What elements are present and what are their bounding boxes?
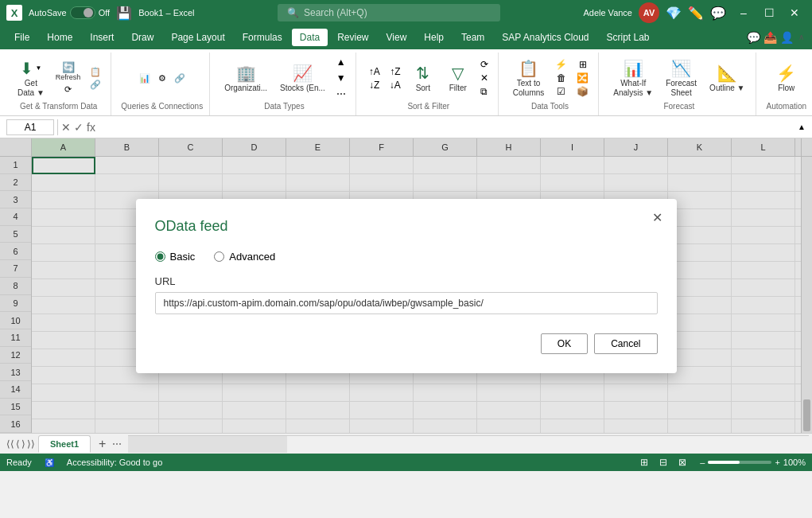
page-break-view-btn[interactable]: ⊠ — [674, 456, 690, 469]
edit-links-btn2[interactable]: 🔗 — [171, 72, 188, 84]
sheet-options[interactable]: ⋯ — [112, 438, 122, 450]
sheet-tab-sheet1[interactable]: Sheet1 — [38, 435, 91, 453]
consolidate-btn[interactable]: ⊞ — [573, 58, 592, 71]
ribbon-group-items: ⬇ ▼ GetData ▼ 🔄 Refresh ⟳ � — [13, 56, 104, 100]
menu-team[interactable]: Team — [453, 29, 492, 46]
cell-reference[interactable] — [6, 119, 54, 135]
clear-btn[interactable]: ✕ — [477, 72, 491, 84]
ribbon-group-sort-filter: ↑A ↓Z ↑Z ↓A ⇅ Sort ▽ Filter ⟳ ✕ — [359, 53, 499, 115]
menu-sap[interactable]: SAP Analytics Cloud — [494, 29, 596, 46]
sheet-nav-last[interactable]: ⟩⟩ — [27, 438, 35, 450]
sheet-nav-first[interactable]: ⟨⟨ — [6, 438, 14, 450]
queries-connections-btn[interactable]: 📊 — [136, 72, 153, 84]
sort-desc-btn[interactable]: ↓Z — [366, 79, 383, 92]
stocks-btn[interactable]: 📈 Stocks (En... — [275, 62, 330, 95]
add-sheet-button[interactable]: + — [92, 435, 112, 453]
queries-properties-btn[interactable]: 📋 — [87, 66, 104, 78]
menu-file[interactable]: File — [6, 29, 37, 46]
relationships-btn[interactable]: 🔀 — [573, 72, 592, 84]
org-icon: 🏢 — [236, 64, 256, 83]
autosave-btn[interactable] — [70, 6, 95, 19]
sort-btn[interactable]: ⇅ Sort — [407, 62, 439, 95]
collapse-ribbon-btn[interactable]: ∧ — [797, 31, 806, 44]
radio-advanced-input[interactable] — [214, 251, 224, 262]
menu-home[interactable]: Home — [39, 29, 80, 46]
formula-expand-btn[interactable]: ▲ — [798, 123, 806, 131]
page-layout-view-btn[interactable]: ⊟ — [655, 456, 671, 469]
reapply-btn[interactable]: ⟳ — [477, 58, 491, 71]
text-to-columns-btn[interactable]: 📋 Text toColumns — [508, 57, 549, 99]
zoom-minus-btn[interactable]: – — [700, 458, 705, 467]
normal-view-btn[interactable]: ⊞ — [636, 456, 652, 469]
zoom-plus-btn[interactable]: + — [775, 458, 779, 467]
cancel-formula-btn[interactable]: ✕ — [61, 121, 71, 134]
radio-basic-label: Basic — [170, 251, 196, 263]
what-if-btn[interactable]: 📊 What-IfAnalysis ▼ — [608, 57, 658, 99]
cancel-button[interactable]: Cancel — [594, 333, 657, 354]
menu-formulas[interactable]: Formulas — [235, 29, 290, 46]
get-data-button[interactable]: ⬇ ▼ GetData ▼ — [13, 57, 49, 99]
sheet-nav-next[interactable]: ⟩ — [21, 438, 25, 450]
radio-basic-input[interactable] — [155, 251, 165, 262]
org-label: Organizati... — [224, 84, 267, 93]
insert-function-btn[interactable]: fx — [87, 121, 95, 134]
dt-up-icon: ▲ — [336, 56, 346, 68]
pen-icon[interactable]: ✏️ — [688, 6, 704, 21]
profile-icon[interactable]: 👤 — [780, 31, 794, 44]
menu-page-layout[interactable]: Page Layout — [163, 29, 232, 46]
menu-view[interactable]: View — [379, 29, 415, 46]
zoom-slider-fill — [708, 461, 740, 464]
org-btn[interactable]: 🏢 Organizati... — [220, 62, 272, 95]
filter-btn[interactable]: ▽ Filter — [442, 62, 474, 95]
dt-down-btn[interactable]: ▼ — [333, 72, 349, 84]
avatar[interactable]: AV — [639, 2, 659, 23]
radio-basic[interactable]: Basic — [155, 251, 196, 263]
title-bar-center: 🔍 — [195, 4, 584, 21]
dt-up-btn[interactable]: ▲ — [333, 56, 349, 68]
flash-fill-btn[interactable]: ⚡ — [552, 58, 570, 71]
zoom-slider[interactable] — [708, 461, 771, 464]
sort-filter-label: Sort & Filter — [407, 102, 449, 112]
connections-button[interactable]: ⟳ — [52, 84, 84, 95]
sort-za-btn[interactable]: ↑Z — [387, 65, 404, 78]
comments-icon[interactable]: 💬 — [747, 31, 760, 44]
radio-advanced[interactable]: Advanced — [214, 251, 275, 263]
chat-icon[interactable]: 💬 — [710, 6, 726, 21]
manage-model-btn[interactable]: 📦 — [573, 85, 592, 98]
menu-review[interactable]: Review — [329, 29, 376, 46]
confirm-formula-btn[interactable]: ✓ — [74, 121, 84, 134]
minimize-button[interactable]: – — [732, 3, 755, 22]
outline-btn[interactable]: 📐 Outline ▼ — [705, 62, 749, 95]
dialog-close-button[interactable]: ✕ — [648, 208, 667, 228]
remove-dups-btn[interactable]: 🗑 — [552, 72, 570, 84]
share-icon[interactable]: 📤 — [763, 31, 777, 44]
sheet-nav-prev[interactable]: ⟨ — [16, 438, 20, 450]
flow-btn[interactable]: ⚡ Flow — [771, 62, 802, 95]
properties-btn[interactable]: ⚙ — [155, 72, 169, 84]
forecast-sheet-btn[interactable]: 📉 ForecastSheet — [661, 57, 701, 99]
formula-input[interactable] — [99, 120, 795, 134]
edit-links-btn[interactable]: 🔗 — [87, 79, 104, 91]
modal-overlay: OData feed ✕ Basic Advanced URL OK Cance… — [0, 138, 812, 433]
menu-script-lab[interactable]: Script Lab — [599, 29, 658, 46]
maximize-button[interactable]: ☐ — [758, 3, 780, 22]
menu-help[interactable]: Help — [416, 29, 452, 46]
diamond-icon[interactable]: 💎 — [666, 6, 682, 21]
sheet-scrollbar[interactable] — [128, 435, 809, 453]
save-icon[interactable]: 💾 — [116, 6, 132, 21]
menu-insert[interactable]: Insert — [82, 29, 122, 46]
search-input[interactable] — [304, 7, 479, 18]
refresh-all-button[interactable]: 🔄 Refresh — [52, 60, 84, 82]
dt-more-btn[interactable]: ⋯ — [333, 88, 349, 100]
sort-asc-btn[interactable]: ↑A — [366, 65, 383, 78]
what-if-label: What-IfAnalysis ▼ — [613, 79, 653, 98]
advanced-btn[interactable]: ⧉ — [477, 85, 491, 98]
menu-draw[interactable]: Draw — [123, 29, 161, 46]
menu-data[interactable]: Data — [292, 29, 328, 46]
close-button[interactable]: ✕ — [783, 3, 806, 22]
sort-az-btn[interactable]: ↓A — [387, 79, 404, 92]
url-input[interactable] — [155, 292, 658, 314]
data-valid-btn[interactable]: ☑ — [552, 85, 570, 98]
search-box[interactable]: 🔍 — [278, 4, 500, 21]
ok-button[interactable]: OK — [541, 333, 588, 354]
